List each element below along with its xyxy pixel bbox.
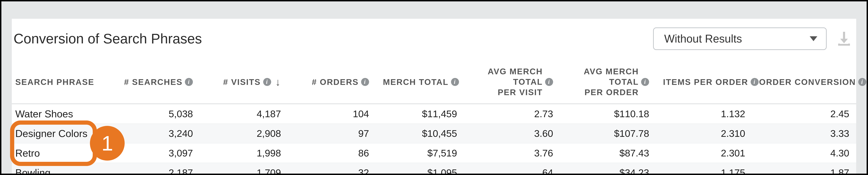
- col-label: AVG MERCH TOTALPER VISIT: [471, 66, 543, 97]
- info-icon[interactable]: i: [451, 78, 459, 86]
- chevron-down-icon: [810, 36, 817, 41]
- cell-value: $107.78: [560, 124, 656, 143]
- filter-selected-label: Without Results: [664, 32, 742, 45]
- cell-value: 3,097: [112, 143, 200, 163]
- cell-value: 3,240: [112, 124, 200, 143]
- cell-value: 4.30: [752, 143, 856, 163]
- cell-value: 2.301: [656, 143, 752, 163]
- table-row[interactable]: Retro3,0971,99886$7,5193.76$87.432.3014.…: [12, 143, 856, 163]
- col-header-searches[interactable]: # SEARCHESi: [112, 60, 200, 104]
- cell-value: 2.310: [656, 124, 752, 143]
- download-icon[interactable]: [837, 32, 851, 46]
- cell-value: 2.73: [464, 104, 560, 124]
- col-header-avg-per-visit[interactable]: AVG MERCH TOTALPER VISITi: [464, 60, 560, 104]
- info-icon[interactable]: i: [751, 78, 758, 86]
- col-label: SEARCH PHRASE: [15, 77, 94, 87]
- col-header-avg-per-order[interactable]: AVG MERCH TOTALPER ORDERi: [560, 60, 656, 104]
- table-row[interactable]: Designer Colors3,2402,90897$10,4553.60$1…: [12, 124, 856, 143]
- cell-value: 1.132: [656, 104, 752, 124]
- filter-dropdown[interactable]: Without Results: [653, 27, 827, 50]
- cell-value: $110.18: [560, 104, 656, 124]
- col-label: # SEARCHES: [124, 77, 183, 87]
- col-label: ORDER CONVERSION: [759, 77, 856, 87]
- cell-value: .64: [464, 163, 560, 175]
- cell-value: 3.60: [464, 124, 560, 143]
- cell-value: 1.87: [752, 163, 856, 175]
- col-header-orders[interactable]: # ORDERSi: [288, 60, 376, 104]
- cell-phrase: Water Shoes: [12, 104, 112, 124]
- col-label: AVG MERCH TOTALPER ORDER: [567, 66, 639, 97]
- cell-value: 2,908: [200, 124, 288, 143]
- cell-phrase: Retro: [12, 143, 112, 163]
- cell-value: 1,998: [200, 143, 288, 163]
- panel-title: Conversion of Search Phrases: [13, 31, 202, 47]
- col-header-items-per-order[interactable]: ITEMS PER ORDERi: [656, 60, 752, 104]
- cell-value: 5,038: [112, 104, 200, 124]
- info-icon[interactable]: i: [185, 78, 193, 86]
- col-label: # VISITS: [223, 77, 261, 87]
- cell-value: 1.175: [656, 163, 752, 175]
- info-icon[interactable]: i: [361, 78, 369, 86]
- results-table: SEARCH PHRASE # SEARCHESi # VISITSi↓ # O…: [12, 60, 856, 175]
- info-icon[interactable]: i: [641, 78, 649, 86]
- col-header-visits[interactable]: # VISITSi↓: [200, 60, 288, 104]
- cell-value: $7,519: [376, 143, 464, 163]
- sort-desc-icon: ↓: [275, 76, 281, 88]
- cell-value: 97: [288, 124, 376, 143]
- cell-value: 3.33: [752, 124, 856, 143]
- cell-value: 32: [288, 163, 376, 175]
- cell-value: $34.23: [560, 163, 656, 175]
- cell-value: 3.76: [464, 143, 560, 163]
- info-icon[interactable]: i: [263, 78, 271, 86]
- table-row[interactable]: Water Shoes5,0384,187104$11,4592.73$110.…: [12, 104, 856, 124]
- cell-value: 86: [288, 143, 376, 163]
- col-header-phrase[interactable]: SEARCH PHRASE: [12, 60, 112, 104]
- table-row[interactable]: Bowling2,1871,70932$1,095.64$34.231.1751…: [12, 163, 856, 175]
- cell-value: 104: [288, 104, 376, 124]
- col-header-merch-total[interactable]: MERCH TOTALi: [376, 60, 464, 104]
- cell-value: $1,095: [376, 163, 464, 175]
- report-panel: Conversion of Search Phrases Without Res…: [12, 19, 856, 174]
- panel-header: Conversion of Search Phrases Without Res…: [12, 19, 856, 60]
- info-icon[interactable]: i: [545, 78, 553, 86]
- cell-value: 4,187: [200, 104, 288, 124]
- cell-value: $11,459: [376, 104, 464, 124]
- col-label: MERCH TOTAL: [383, 77, 448, 87]
- cell-value: 2,187: [112, 163, 200, 175]
- cell-value: 1,709: [200, 163, 288, 175]
- cell-value: 2.45: [752, 104, 856, 124]
- col-label: # ORDERS: [312, 77, 359, 87]
- info-icon[interactable]: i: [858, 78, 866, 86]
- cell-phrase: Designer Colors: [12, 124, 112, 143]
- cell-phrase: Bowling: [12, 163, 112, 175]
- cell-value: $10,455: [376, 124, 464, 143]
- col-header-order-conversion[interactable]: ORDER CONVERSIONi: [752, 60, 856, 104]
- col-label: ITEMS PER ORDER: [663, 77, 748, 87]
- cell-value: $87.43: [560, 143, 656, 163]
